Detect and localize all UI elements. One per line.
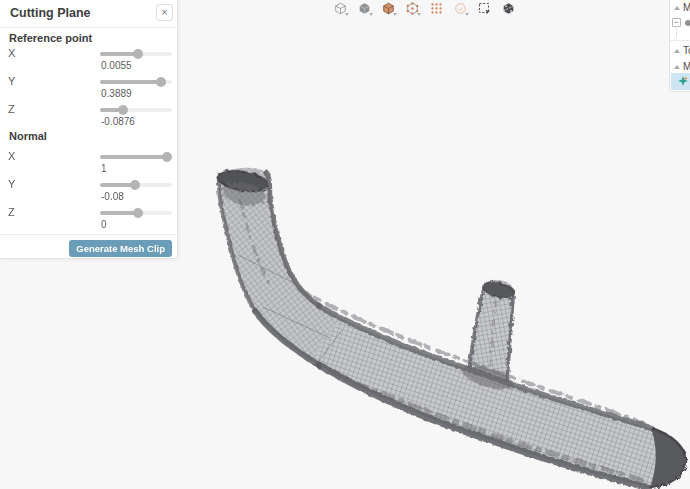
view-toolbar [333, 1, 515, 15]
reference-z-value: -0.0876 [101, 116, 135, 127]
slider-thumb[interactable] [162, 152, 172, 162]
reference-y-slider[interactable] [100, 80, 172, 84]
normal-z-value: 0 [101, 219, 107, 230]
axis-label-y: Y [8, 75, 15, 87]
slider-thumb[interactable] [133, 208, 143, 218]
view-points-icon[interactable] [429, 1, 443, 15]
generate-mesh-clip-button[interactable]: Generate Mesh Clip [69, 240, 172, 257]
tree-group-label: To [683, 45, 690, 56]
tree-group-label: M [683, 2, 690, 13]
dropdown-caret-icon [369, 13, 373, 16]
normal-label: Normal [9, 130, 47, 142]
normal-x-row: X 1 [0, 150, 177, 176]
normal-y-row: Y -0.08 [0, 178, 177, 204]
slider-thumb[interactable] [130, 180, 140, 190]
view-solid-icon[interactable] [357, 1, 371, 15]
normal-x-value: 1 [101, 163, 107, 174]
reference-x-slider[interactable] [100, 52, 172, 56]
view-surface-edges-icon[interactable] [381, 1, 395, 15]
slider-thumb[interactable] [133, 49, 143, 59]
reference-point-label: Reference point [9, 32, 92, 44]
dropdown-caret-icon [465, 13, 469, 16]
close-button[interactable]: × [156, 4, 173, 21]
cube-icon [684, 19, 690, 27]
tree-item-row[interactable]: − [670, 16, 690, 30]
divider [0, 234, 177, 235]
reference-x-value: 0.0055 [101, 60, 132, 71]
selected-tree-item[interactable] [671, 73, 690, 90]
collapse-caret-icon[interactable] [674, 6, 680, 10]
normal-y-slider[interactable] [100, 183, 172, 187]
normal-y-value: -0.08 [101, 191, 124, 202]
reference-y-row: Y 0.3889 [0, 75, 177, 101]
tree-line [676, 28, 677, 37]
normal-x-slider[interactable] [100, 155, 172, 159]
normal-z-slider[interactable] [100, 211, 172, 215]
collapse-caret-icon[interactable] [674, 49, 680, 53]
slider-thumb[interactable] [118, 105, 128, 115]
dropdown-caret-icon [345, 13, 349, 16]
right-tree-panel: M − To M [669, 0, 690, 92]
cutting-plane-panel: Cutting Plane × Reference point X 0.0055… [0, 0, 178, 259]
tree-group-row[interactable]: To [670, 44, 690, 58]
axis-label-x: X [8, 47, 15, 59]
expander-icon[interactable]: − [672, 18, 681, 27]
view-surface-points-icon[interactable] [405, 1, 419, 15]
axis-label-z: Z [8, 206, 15, 218]
panel-title: Cutting Plane [10, 6, 91, 20]
mesh-tube [216, 167, 686, 488]
divider [670, 40, 690, 41]
reference-z-slider[interactable] [100, 108, 172, 112]
reference-y-value: 0.3889 [101, 88, 132, 99]
normal-z-row: Z 0 [0, 206, 177, 232]
mesh-clip-tool-icon[interactable] [501, 1, 515, 15]
view-wireframe-icon[interactable] [333, 1, 347, 15]
tree-group-row[interactable]: M [670, 60, 690, 74]
axis-label-z: Z [8, 103, 15, 115]
tree-group-label: M [683, 61, 690, 72]
panel-header: Cutting Plane × [0, 0, 177, 28]
mesh-clip-item-icon [678, 76, 688, 86]
clip-sphere-icon[interactable] [453, 1, 467, 15]
tree-group-row[interactable]: M [670, 1, 690, 15]
collapse-caret-icon[interactable] [674, 65, 680, 69]
box-selection-icon[interactable] [477, 1, 491, 15]
axis-label-x: X [8, 150, 15, 162]
dropdown-caret-icon [393, 13, 397, 16]
slider-thumb[interactable] [156, 77, 166, 87]
reference-z-row: Z -0.0876 [0, 103, 177, 129]
dropdown-caret-icon [417, 13, 421, 16]
reference-x-row: X 0.0055 [0, 47, 177, 73]
axis-label-y: Y [8, 178, 15, 190]
